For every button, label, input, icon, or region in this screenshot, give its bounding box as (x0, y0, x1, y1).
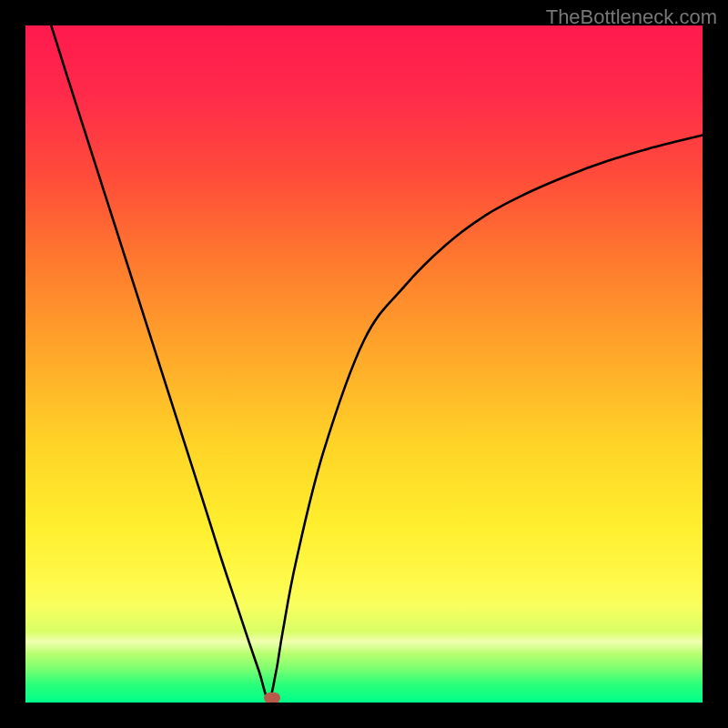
optimal-point-marker (264, 693, 280, 703)
watermark-text: TheBottleneck.com (546, 5, 717, 29)
bottleneck-curve (51, 25, 703, 699)
plot-area (25, 25, 703, 703)
curve-layer (25, 25, 703, 703)
chart-container: TheBottleneck.com (0, 0, 728, 728)
